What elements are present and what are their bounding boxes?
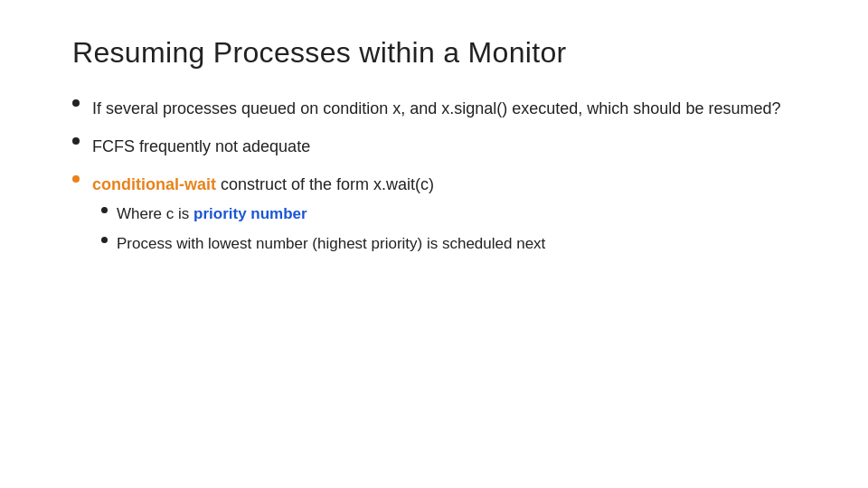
priority-number-label: priority number bbox=[193, 205, 307, 222]
bullet-text-2: FCFS frequently not adequate bbox=[92, 135, 796, 158]
conditional-wait-label: conditional-wait bbox=[92, 175, 216, 193]
bullet2-text: FCFS frequently not adequate bbox=[92, 137, 310, 155]
slide-title: Resuming Processes within a Monitor bbox=[72, 36, 796, 70]
bullet-item-2: FCFS frequently not adequate bbox=[72, 135, 796, 158]
bullet-text-3: conditional-wait construct of the form x… bbox=[92, 173, 796, 255]
sub-bullet-text-2: Process with lowest number (highest prio… bbox=[117, 233, 796, 256]
bullet1-text: If several processes queued on condition… bbox=[92, 99, 780, 117]
slide-container: Resuming Processes within a Monitor If s… bbox=[0, 0, 868, 488]
sub-bullet-2: Process with lowest number (highest prio… bbox=[101, 233, 796, 256]
sub-bullet1-prefix: Where c is bbox=[117, 205, 193, 222]
sub-bullet-dot-1 bbox=[101, 207, 108, 213]
bullet-text-1: If several processes queued on condition… bbox=[92, 97, 796, 120]
bullet3-text-after: construct of the form x.wait(c) bbox=[221, 175, 434, 193]
bullet-item-3: conditional-wait construct of the form x… bbox=[72, 173, 796, 255]
sub-bullet-text-1: Where c is priority number bbox=[117, 203, 796, 226]
sub-bullet-dot-2 bbox=[101, 237, 108, 243]
sub-bullets: Where c is priority number Process with … bbox=[101, 203, 796, 255]
bullet-item-1: If several processes queued on condition… bbox=[72, 97, 796, 120]
sub-bullet2-text: Process with lowest number (highest prio… bbox=[117, 235, 545, 252]
slide-content: If several processes queued on condition… bbox=[72, 97, 796, 256]
bullet-dot-2 bbox=[72, 137, 80, 145]
bullet-dot-1 bbox=[72, 99, 80, 107]
bullet-dot-3 bbox=[72, 175, 80, 183]
sub-bullet-1: Where c is priority number bbox=[101, 203, 796, 226]
